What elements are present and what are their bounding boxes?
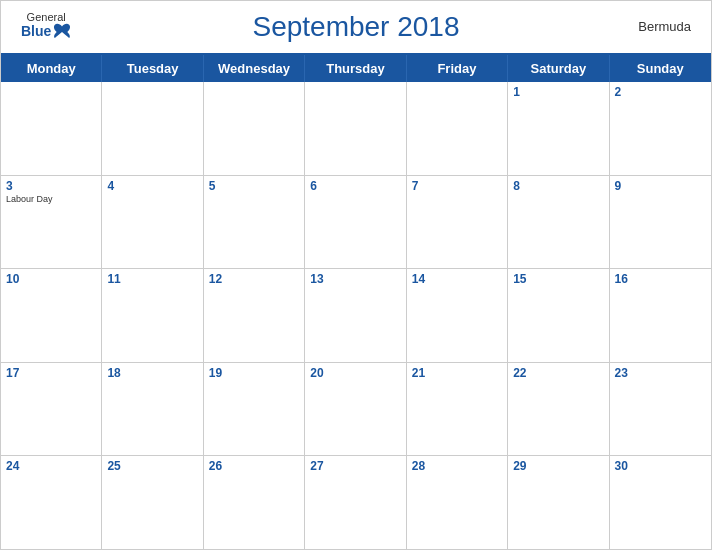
calendar-container: General Blue September 2018 Bermuda Mond… bbox=[0, 0, 712, 550]
week-row-4: 24252627282930 bbox=[1, 456, 711, 549]
holiday-label: Labour Day bbox=[6, 194, 96, 204]
day-cell: 21 bbox=[407, 363, 508, 456]
logo-general: General bbox=[27, 11, 66, 23]
day-cell: 12 bbox=[204, 269, 305, 362]
day-cell: 9 bbox=[610, 176, 711, 269]
calendar-region: Bermuda bbox=[638, 19, 691, 34]
day-number: 24 bbox=[6, 459, 96, 473]
week-row-1: 3Labour Day456789 bbox=[1, 176, 711, 270]
day-cell: 26 bbox=[204, 456, 305, 549]
day-header-sunday: Sunday bbox=[610, 55, 711, 82]
day-cell: 4 bbox=[102, 176, 203, 269]
day-cell: 17 bbox=[1, 363, 102, 456]
day-cell: 15 bbox=[508, 269, 609, 362]
day-number: 7 bbox=[412, 179, 502, 193]
day-cell: 14 bbox=[407, 269, 508, 362]
day-cell: 6 bbox=[305, 176, 406, 269]
day-number: 21 bbox=[412, 366, 502, 380]
day-number: 15 bbox=[513, 272, 603, 286]
day-headers-row: MondayTuesdayWednesdayThursdayFridaySatu… bbox=[1, 55, 711, 82]
day-cell: 28 bbox=[407, 456, 508, 549]
day-cell: 27 bbox=[305, 456, 406, 549]
day-cell: 11 bbox=[102, 269, 203, 362]
day-number: 2 bbox=[615, 85, 706, 99]
day-cell: 29 bbox=[508, 456, 609, 549]
day-number: 5 bbox=[209, 179, 299, 193]
day-cell: 23 bbox=[610, 363, 711, 456]
logo-blue: Blue bbox=[21, 23, 71, 39]
day-cell: 25 bbox=[102, 456, 203, 549]
day-cell: 3Labour Day bbox=[1, 176, 102, 269]
day-cell: 5 bbox=[204, 176, 305, 269]
calendar-grid: MondayTuesdayWednesdayThursdayFridaySatu… bbox=[1, 53, 711, 549]
day-header-monday: Monday bbox=[1, 55, 102, 82]
day-number: 25 bbox=[107, 459, 197, 473]
logo-bird-icon bbox=[53, 23, 71, 39]
day-cell: 8 bbox=[508, 176, 609, 269]
day-number: 26 bbox=[209, 459, 299, 473]
day-number: 18 bbox=[107, 366, 197, 380]
day-number: 17 bbox=[6, 366, 96, 380]
day-cell bbox=[1, 82, 102, 175]
day-number: 27 bbox=[310, 459, 400, 473]
calendar-title: September 2018 bbox=[252, 11, 459, 43]
day-cell bbox=[407, 82, 508, 175]
week-row-2: 10111213141516 bbox=[1, 269, 711, 363]
day-cell bbox=[204, 82, 305, 175]
day-cell: 22 bbox=[508, 363, 609, 456]
day-cell bbox=[102, 82, 203, 175]
day-cell: 30 bbox=[610, 456, 711, 549]
day-header-tuesday: Tuesday bbox=[102, 55, 203, 82]
week-row-0: 12 bbox=[1, 82, 711, 176]
day-cell: 2 bbox=[610, 82, 711, 175]
day-header-wednesday: Wednesday bbox=[204, 55, 305, 82]
day-number: 23 bbox=[615, 366, 706, 380]
day-cell: 1 bbox=[508, 82, 609, 175]
day-number: 9 bbox=[615, 179, 706, 193]
day-cell: 24 bbox=[1, 456, 102, 549]
day-header-thursday: Thursday bbox=[305, 55, 406, 82]
calendar-header: General Blue September 2018 Bermuda bbox=[1, 1, 711, 53]
day-number: 14 bbox=[412, 272, 502, 286]
day-cell: 18 bbox=[102, 363, 203, 456]
day-cell: 13 bbox=[305, 269, 406, 362]
week-row-3: 17181920212223 bbox=[1, 363, 711, 457]
day-cell: 10 bbox=[1, 269, 102, 362]
day-number: 1 bbox=[513, 85, 603, 99]
day-cell: 7 bbox=[407, 176, 508, 269]
day-number: 8 bbox=[513, 179, 603, 193]
day-number: 4 bbox=[107, 179, 197, 193]
weeks-container: 123Labour Day456789101112131415161718192… bbox=[1, 82, 711, 549]
day-header-friday: Friday bbox=[407, 55, 508, 82]
day-number: 11 bbox=[107, 272, 197, 286]
day-number: 16 bbox=[615, 272, 706, 286]
day-number: 3 bbox=[6, 179, 96, 193]
day-number: 22 bbox=[513, 366, 603, 380]
logo: General Blue bbox=[21, 11, 71, 39]
day-number: 20 bbox=[310, 366, 400, 380]
day-cell: 16 bbox=[610, 269, 711, 362]
day-cell: 20 bbox=[305, 363, 406, 456]
day-number: 19 bbox=[209, 366, 299, 380]
day-number: 12 bbox=[209, 272, 299, 286]
day-number: 6 bbox=[310, 179, 400, 193]
day-header-saturday: Saturday bbox=[508, 55, 609, 82]
day-cell: 19 bbox=[204, 363, 305, 456]
day-number: 30 bbox=[615, 459, 706, 473]
day-number: 13 bbox=[310, 272, 400, 286]
day-number: 29 bbox=[513, 459, 603, 473]
day-number: 10 bbox=[6, 272, 96, 286]
day-number: 28 bbox=[412, 459, 502, 473]
day-cell bbox=[305, 82, 406, 175]
